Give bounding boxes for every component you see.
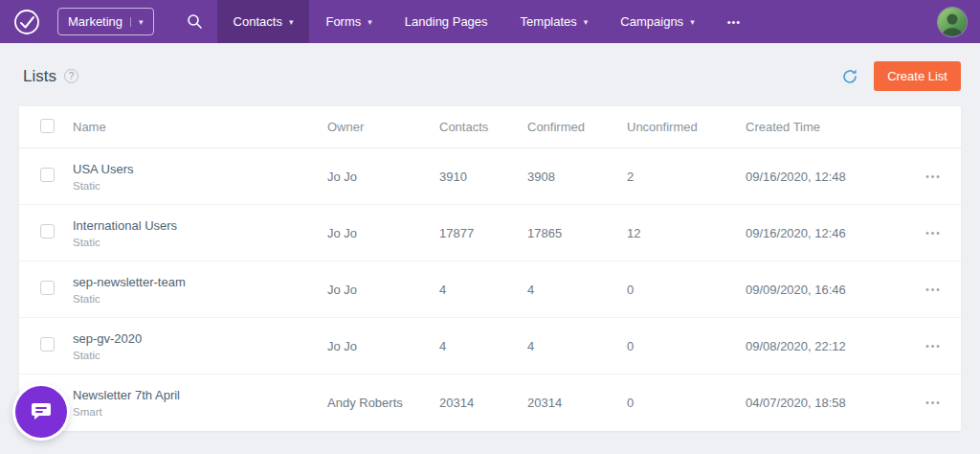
- nav-item-campaigns[interactable]: Campaigns ▾: [604, 0, 710, 43]
- chevron-down-icon: ▾: [584, 17, 589, 27]
- list-type-label: Smart: [73, 406, 320, 418]
- nav-item-forms[interactable]: Forms ▾: [309, 0, 388, 43]
- main-navigation: Contacts ▾ Forms ▾ Landing Pages Templat…: [217, 0, 758, 43]
- lists-table: Name Owner Contacts Confirmed Unconfirme…: [19, 106, 961, 431]
- top-navbar: Marketing ▾ Contacts ▾ Forms ▾ Landing P…: [0, 0, 980, 43]
- table-row: sep-newsletter-team Static Jo Jo 4 4 0 0…: [19, 261, 961, 318]
- list-name-link[interactable]: USA Users: [73, 162, 320, 176]
- row-actions-button[interactable]: •••: [906, 284, 961, 295]
- owner-value: Jo Jo: [327, 170, 439, 184]
- created-time-value: 09/08/2020, 22:12: [746, 339, 906, 353]
- help-icon[interactable]: ?: [64, 69, 78, 83]
- column-header-confirmed: Confirmed: [527, 120, 627, 134]
- page-title: Lists: [23, 67, 56, 86]
- chevron-down-icon: ▾: [368, 17, 372, 27]
- search-icon: [187, 13, 203, 30]
- list-name-link[interactable]: Newsletter 7th April: [73, 388, 320, 402]
- nav-item-label: Forms: [325, 14, 361, 29]
- more-icon: •••: [727, 16, 742, 28]
- nav-item-contacts[interactable]: Contacts ▾: [217, 0, 310, 43]
- list-name-link[interactable]: International Users: [73, 218, 320, 233]
- nav-item-templates[interactable]: Templates ▾: [504, 0, 605, 43]
- column-header-created-time: Created Time: [746, 120, 906, 134]
- chevron-down-icon: ▾: [130, 17, 144, 27]
- unconfirmed-value: 0: [627, 283, 746, 297]
- unconfirmed-value: 2: [627, 170, 746, 184]
- product-switcher-button[interactable]: Marketing ▾: [57, 8, 154, 35]
- contacts-value: 17877: [439, 226, 527, 240]
- table-row: International Users Static Jo Jo 17877 1…: [19, 205, 961, 261]
- unconfirmed-value: 12: [627, 226, 746, 240]
- contacts-value: 4: [439, 339, 527, 353]
- table-header-row: Name Owner Contacts Confirmed Unconfirme…: [19, 106, 961, 148]
- list-name-link[interactable]: sep-newsletter-team: [73, 275, 320, 289]
- table-row: USA Users Static Jo Jo 3910 3908 2 09/16…: [19, 148, 961, 205]
- app-logo-icon[interactable]: [13, 9, 40, 35]
- list-type-label: Static: [73, 180, 320, 192]
- confirmed-value: 4: [527, 339, 627, 353]
- chat-bubble-icon: [30, 400, 53, 423]
- person-silhouette-icon: [938, 8, 967, 36]
- created-time-value: 09/16/2020, 12:48: [746, 170, 906, 184]
- user-avatar[interactable]: [938, 8, 967, 36]
- chat-widget-button[interactable]: [15, 386, 67, 438]
- created-time-value: 09/09/2020, 16:46: [746, 283, 906, 297]
- created-time-value: 04/07/2020, 18:58: [746, 396, 906, 410]
- nav-item-label: Campaigns: [620, 14, 683, 29]
- nav-item-more[interactable]: •••: [711, 0, 758, 43]
- column-header-name: Name: [73, 120, 327, 134]
- unconfirmed-value: 0: [627, 339, 746, 353]
- contacts-value: 20314: [439, 396, 527, 410]
- owner-value: Jo Jo: [327, 339, 439, 353]
- nav-item-label: Contacts: [234, 14, 282, 29]
- unconfirmed-value: 0: [627, 396, 746, 410]
- nav-item-label: Templates: [521, 14, 577, 29]
- column-header-contacts: Contacts: [439, 120, 527, 134]
- owner-value: Jo Jo: [327, 226, 439, 240]
- select-all-checkbox[interactable]: [40, 119, 55, 133]
- confirmed-value: 20314: [527, 396, 627, 410]
- nav-item-label: Landing Pages: [405, 14, 488, 29]
- table-row: sep-gv-2020 Static Jo Jo 4 4 0 09/08/202…: [19, 318, 961, 375]
- contacts-value: 4: [439, 283, 527, 297]
- list-type-label: Static: [73, 237, 320, 248]
- row-actions-button[interactable]: •••: [906, 171, 961, 182]
- column-header-unconfirmed: Unconfirmed: [627, 120, 746, 134]
- page-header: Lists ? Create List: [0, 43, 980, 106]
- nav-item-landing-pages[interactable]: Landing Pages: [389, 0, 504, 43]
- list-type-label: Static: [73, 350, 320, 361]
- table-row: Newsletter 7th April Smart Andy Roberts …: [19, 375, 961, 431]
- confirmed-value: 4: [527, 283, 627, 297]
- row-actions-button[interactable]: •••: [906, 397, 961, 408]
- search-button[interactable]: [179, 0, 212, 43]
- row-checkbox[interactable]: [40, 224, 55, 238]
- owner-value: Andy Roberts: [327, 396, 439, 410]
- created-time-value: 09/16/2020, 12:46: [746, 226, 906, 240]
- header-actions: Create List: [841, 61, 961, 91]
- confirmed-value: 17865: [527, 226, 627, 240]
- row-checkbox[interactable]: [40, 281, 55, 295]
- row-checkbox[interactable]: [40, 168, 55, 182]
- chevron-down-icon: ▾: [289, 17, 294, 27]
- contacts-value: 3910: [439, 170, 527, 184]
- refresh-icon[interactable]: [841, 68, 858, 85]
- list-name-link[interactable]: sep-gv-2020: [73, 331, 320, 346]
- column-header-owner: Owner: [327, 120, 439, 134]
- owner-value: Jo Jo: [327, 283, 439, 297]
- product-switcher-label: Marketing: [68, 14, 122, 29]
- chevron-down-icon: ▾: [690, 17, 695, 27]
- row-actions-button[interactable]: •••: [906, 341, 961, 352]
- create-list-button[interactable]: Create List: [874, 61, 961, 91]
- confirmed-value: 3908: [527, 170, 627, 184]
- row-actions-button[interactable]: •••: [906, 228, 961, 238]
- row-checkbox[interactable]: [40, 337, 55, 352]
- list-type-label: Static: [73, 293, 320, 305]
